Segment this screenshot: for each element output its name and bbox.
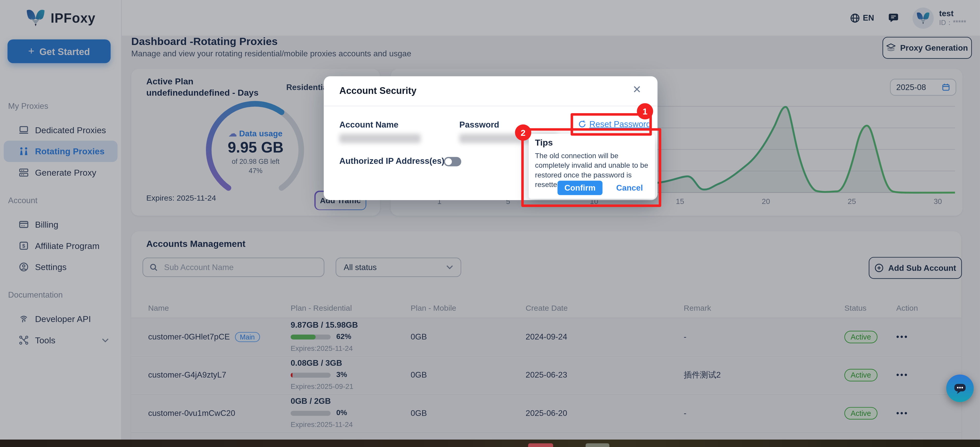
modal-backdrop[interactable] <box>0 0 980 447</box>
close-icon[interactable]: ✕ <box>632 83 641 96</box>
divider <box>324 106 657 106</box>
tips-popover: Tips The old connection will be complete… <box>529 134 655 199</box>
annotation-step-1-badge: 1 <box>637 103 653 119</box>
modal-title: Account Security <box>339 85 417 96</box>
tips-title: Tips <box>535 137 553 148</box>
authorized-ip-toggle[interactable] <box>444 157 461 166</box>
annotation-step-2-badge: 2 <box>515 125 531 140</box>
account-name-label: Account Name <box>339 120 398 129</box>
authorized-ip-label: Authorized IP Address(es) <box>339 156 444 166</box>
account-name-value-redacted <box>339 134 421 143</box>
live-chat-button[interactable] <box>946 375 974 402</box>
refresh-icon <box>578 120 586 128</box>
chat-bubble-icon <box>953 381 967 396</box>
bottom-bar-gray-button <box>585 444 609 447</box>
confirm-button[interactable]: Confirm <box>558 181 603 195</box>
bottom-bar-red-button <box>528 444 553 447</box>
password-label: Password <box>460 120 499 129</box>
bottom-bar <box>0 439 980 447</box>
app-window: IPFoxy + Get Started My Proxies Dedicate… <box>0 0 980 447</box>
cancel-button[interactable]: Cancel <box>616 183 643 192</box>
reset-password-link[interactable]: Reset Password <box>578 119 651 129</box>
